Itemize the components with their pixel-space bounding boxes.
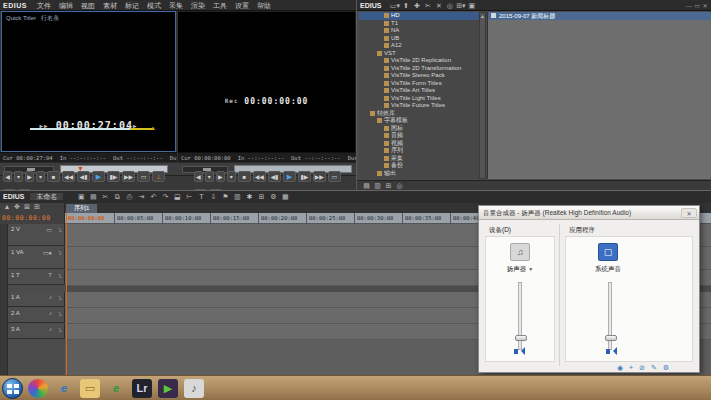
export-icon[interactable]: ⇩ [207, 191, 219, 203]
start-button[interactable] [2, 378, 23, 399]
layout-icon[interactable]: ⊞ [255, 191, 267, 203]
device-name[interactable]: 扬声器 ▼ [486, 265, 554, 274]
transport-button[interactable]: ▶▶ [122, 171, 135, 182]
transport-button[interactable]: ◀◀ [253, 171, 266, 182]
transport-combo-button[interactable]: ▾ [205, 171, 214, 182]
transport-button[interactable]: ▮▶ [298, 171, 311, 182]
tree-item[interactable]: 序列 [359, 147, 479, 155]
transport-button[interactable]: ◀▮ [268, 171, 281, 182]
tree-item[interactable]: A12 [359, 42, 479, 50]
menu-item[interactable]: 视图 [81, 2, 95, 9]
view-icon[interactable]: ▦ [279, 191, 291, 203]
explorer-folder-icon[interactable]: ▭ [80, 379, 100, 398]
track-header[interactable]: 3 A♪↴ [8, 324, 65, 339]
edius-app-icon[interactable]: ▶ [158, 379, 178, 398]
cut-icon[interactable]: ✂ [422, 0, 433, 11]
sequence-tab[interactable]: 序列1 [66, 204, 97, 213]
track-tool-button[interactable]: ✥ [12, 203, 22, 211]
mode-icon[interactable]: ⬓ [171, 191, 183, 203]
up-folder-icon[interactable]: ⬆ [400, 0, 411, 11]
transport-button[interactable]: ■ [47, 171, 60, 182]
delete-icon[interactable]: ✕ [433, 0, 444, 11]
mixer-icon[interactable]: ▥ [231, 191, 243, 203]
tree-item[interactable]: HD [359, 12, 479, 20]
tree-item[interactable]: NA [359, 27, 479, 35]
selected-clip-row[interactable]: 2015-09-07 新闻标题 [488, 12, 711, 20]
menu-item[interactable]: 设置 [235, 2, 249, 9]
menu-item[interactable]: 文件 [37, 2, 51, 9]
menu-item[interactable]: 帮助 [257, 2, 271, 9]
trim-icon[interactable]: ⊢ [183, 191, 195, 203]
transport-button[interactable]: ▭ [328, 171, 341, 182]
tree-item[interactable]: VisTitle Art Titles [359, 87, 479, 95]
tree-item[interactable]: 字幕模板 [359, 117, 479, 125]
add-clip-icon[interactable]: ✚ [411, 0, 422, 11]
new-folder-icon[interactable]: ▭▾ [389, 0, 400, 11]
track-header[interactable]: 1 TT↴ [8, 270, 65, 285]
tree-item[interactable]: 输出 [359, 170, 479, 178]
transport-button[interactable]: ▮▶ [107, 171, 120, 182]
track-patch-icon[interactable]: ↴ [57, 272, 62, 279]
transport-combo-button[interactable]: ▶ [216, 171, 225, 182]
tree-item[interactable]: VisTitle 2D Transformation [359, 65, 479, 73]
menu-item[interactable]: 素材 [103, 2, 117, 9]
track-tool-button[interactable]: ▲ [2, 203, 12, 210]
track-patch-icon[interactable]: ↴ [57, 226, 62, 233]
track-patch-icon[interactable]: ↴ [57, 310, 62, 317]
transport-button[interactable]: ▶ [283, 171, 296, 182]
transport-combo-button[interactable]: ▾ [14, 171, 23, 182]
timeline-playhead[interactable] [66, 213, 67, 400]
menu-item[interactable]: 渲染 [191, 2, 205, 9]
ripple-icon[interactable]: ⇥ [135, 191, 147, 203]
track-patch-icon[interactable]: ↴ [57, 294, 62, 301]
window-button[interactable]: ▭ [693, 1, 701, 12]
speaker-device-icon[interactable]: ♫ [510, 243, 530, 261]
transport-button[interactable]: ◀▮ [77, 171, 90, 182]
green-e-app-icon[interactable]: e [106, 379, 126, 398]
settings-icon[interactable]: ⚙ [267, 191, 279, 203]
tree-item[interactable]: VST [359, 50, 479, 58]
menu-item[interactable]: 采集 [169, 2, 183, 9]
tree-item[interactable]: VisTitle 2D Replication [359, 57, 479, 65]
track-patch-icon[interactable]: ↴ [57, 326, 62, 333]
desktop-gadget-icons[interactable]: ◉ + ⊘ ✎ ⚙ [617, 364, 677, 373]
source-progress-bar[interactable]: ▲ [30, 128, 152, 130]
title-icon[interactable]: T [195, 191, 207, 203]
track-tool-button[interactable]: ⊞ [32, 203, 42, 211]
app-mute-speaker-icon[interactable]: ) [606, 347, 618, 356]
undo-icon[interactable]: ↶ [147, 191, 159, 203]
ie-app-icon[interactable]: e [54, 379, 74, 398]
tree-item[interactable]: T1 [359, 20, 479, 28]
lock-icon[interactable]: ▣ [466, 0, 477, 11]
tree-item[interactable]: VisTitle Stereo Pack [359, 72, 479, 80]
track-tool-button[interactable]: ⊠ [22, 203, 32, 211]
transport-button[interactable]: ◀◀ [62, 171, 75, 182]
tree-item[interactable]: 采集 [359, 155, 479, 163]
copy-icon[interactable]: ⧉ [111, 191, 123, 203]
transport-combo-button[interactable]: ▾ [227, 171, 236, 182]
mixer-titlebar[interactable]: 音量合成器 - 扬声器 (Realtek High Definition Aud… [479, 206, 699, 220]
view-mode-icon[interactable]: ⊞▾ [455, 0, 466, 11]
close-icon[interactable]: ✕ [681, 208, 697, 218]
scroll-up-icon[interactable]: ▲ [480, 13, 485, 19]
tree-item[interactable]: VisTitle Light Titles [359, 95, 479, 103]
track-patch-icon[interactable]: ↴ [57, 249, 62, 256]
menu-item[interactable]: 编辑 [59, 2, 73, 9]
save-icon[interactable]: ▣ [75, 191, 87, 203]
tree-item[interactable]: 特效库 [359, 110, 479, 118]
menu-item[interactable]: 标记 [125, 2, 139, 9]
device-volume-slider[interactable] [518, 282, 522, 350]
tree-scrollbar[interactable]: ▲ [479, 12, 486, 179]
tree-item[interactable]: 视频 [359, 140, 479, 148]
recorder-monitor[interactable]: Rec 00:00:00:00 [178, 11, 355, 152]
effects-icon[interactable]: ✱ [243, 191, 255, 203]
bin-folder-tree[interactable]: HDT1NAUBA12VSTVisTitle 2D ReplicationVis… [359, 12, 479, 179]
edit-mode-button[interactable]: ⊥ [152, 171, 165, 182]
track-header[interactable]: 1 A♪↴ [8, 292, 65, 307]
system-sounds-icon[interactable]: ▢ [598, 243, 618, 261]
marker-icon[interactable]: ⚑ [219, 191, 231, 203]
tree-item[interactable]: 音频 [359, 132, 479, 140]
pinwheel-app-icon[interactable] [28, 379, 48, 398]
track-header[interactable]: 2 A♪↴ [8, 308, 65, 323]
track-header[interactable]: 1 VA▭●↴ [8, 247, 65, 269]
